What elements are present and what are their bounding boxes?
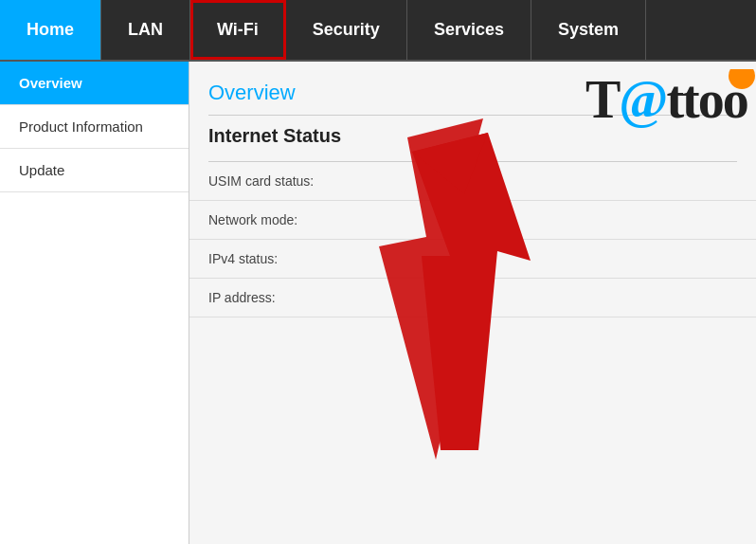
status-row-ip: IP address: — [189, 279, 756, 317]
logo-area: T@ttoo — [585, 69, 756, 140]
logo-orange-dot — [729, 69, 755, 89]
sidebar-item-overview[interactable]: Overview — [0, 62, 189, 105]
status-row-network: Network mode: — [189, 201, 756, 240]
sidebar: Overview Product Information Update — [0, 62, 189, 544]
top-navigation: Home LAN Wi-Fi Security Services System — [0, 0, 756, 62]
nav-item-security[interactable]: Security — [286, 0, 407, 60]
nav-item-system[interactable]: System — [531, 0, 646, 60]
nav-item-services[interactable]: Services — [407, 0, 531, 60]
nav-item-home[interactable]: Home — [0, 0, 101, 60]
sidebar-item-update[interactable]: Update — [0, 149, 189, 192]
nav-item-lan[interactable]: LAN — [101, 0, 190, 60]
sidebar-item-product-info[interactable]: Product Information — [0, 105, 189, 149]
main-area: Overview Product Information Update T@tt… — [0, 62, 756, 544]
status-row-ipv4: IPv4 status: — [189, 240, 756, 279]
content-area: T@ttoo Overview Internet Status USIM car… — [189, 62, 756, 544]
nav-item-wifi[interactable]: Wi-Fi — [190, 0, 286, 60]
status-row-usim: USIM card status: — [189, 162, 756, 201]
